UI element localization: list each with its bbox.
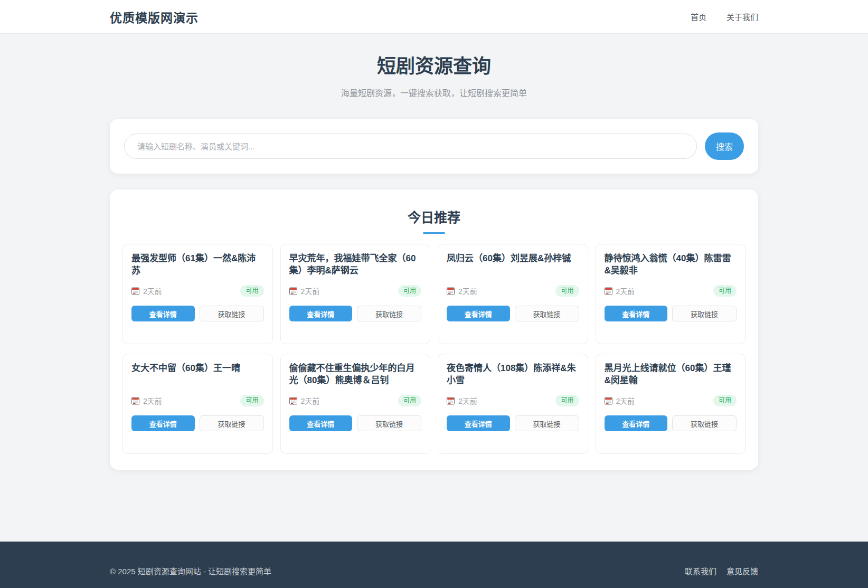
drama-actions: 查看详情 获取链接 <box>447 306 579 321</box>
drama-meta-row: 2天前 可用 <box>289 386 422 406</box>
view-details-button[interactable]: 查看详情 <box>131 415 195 431</box>
status-badge: 可用 <box>713 285 737 297</box>
drama-card: 静待惊鸿入翁慌（40集）陈雷雷&吴毅非 2天前 可用 查看详情 获取链接 <box>596 244 746 344</box>
drama-card: 黑月光上线请就位（60集）王瑾&闵星翰 2天前 可用 查看详情 获取链接 <box>596 354 746 454</box>
nav-home[interactable]: 首页 <box>691 11 706 22</box>
status-badge: 可用 <box>398 285 421 297</box>
drama-card: 夜色寄情人（108集）陈添祥&朱小雪 2天前 可用 查看详情 获取链接 <box>438 354 588 454</box>
drama-actions: 查看详情 获取链接 <box>289 415 422 431</box>
get-link-button[interactable]: 获取链接 <box>200 415 264 431</box>
view-details-button[interactable]: 查看详情 <box>289 306 353 321</box>
get-link-button[interactable]: 获取链接 <box>200 306 264 321</box>
drama-meta-row: 2天前 可用 <box>605 277 737 297</box>
nav-about[interactable]: 关于我们 <box>727 11 758 22</box>
drama-title: 凤归云（60集）刘昱展&孙梓铖 <box>447 252 579 264</box>
drama-title: 最强发型师（61集）一然&陈沛苏 <box>131 252 264 277</box>
site-footer: © 2025 短剧资源查询网站 - 让短剧搜索更简单 联系我们 意见反馈 <box>0 542 868 588</box>
site-logo[interactable]: 优质模版网演示 <box>110 8 199 26</box>
get-link-button[interactable]: 获取链接 <box>515 306 579 321</box>
drama-meta: 2天前 <box>605 286 635 296</box>
get-link-button[interactable]: 获取链接 <box>672 306 737 321</box>
drama-meta-row: 2天前 可用 <box>131 386 264 406</box>
get-link-button[interactable]: 获取链接 <box>515 415 579 431</box>
page-main: 短剧资源查询 海量短剧资源，一键搜索获取，让短剧搜索更简单 搜索 今日推荐 最强… <box>0 34 868 542</box>
drama-meta-row: 2天前 可用 <box>447 277 579 297</box>
drama-meta-row: 2天前 可用 <box>289 277 422 297</box>
drama-actions: 查看详情 获取链接 <box>447 415 579 431</box>
drama-meta: 2天前 <box>447 286 477 296</box>
page-title: 短剧资源查询 <box>0 55 868 78</box>
drama-grid: 最强发型师（61集）一然&陈沛苏 2天前 可用 查看详情 获取链接 <box>122 244 746 454</box>
drama-card: 偷偷藏不住重生偏执少年的白月光（80集）熊奥博＆吕钊 2天前 可用 查看详情 获 <box>280 354 431 454</box>
drama-time: 2天前 <box>616 286 635 296</box>
calendar-icon <box>605 287 612 295</box>
drama-actions: 查看详情 获取链接 <box>605 306 737 321</box>
section-title: 今日推荐 <box>122 207 746 226</box>
drama-meta-row: 2天前 可用 <box>447 386 579 406</box>
drama-meta: 2天前 <box>131 395 162 406</box>
calendar-icon <box>605 397 612 405</box>
drama-title: 静待惊鸿入翁慌（40集）陈雷雷&吴毅非 <box>605 252 737 277</box>
status-badge: 可用 <box>713 395 737 406</box>
drama-meta-row: 2天前 可用 <box>605 386 737 406</box>
search-button[interactable]: 搜索 <box>705 132 744 160</box>
page-subtitle: 海量短剧资源，一键搜索获取，让短剧搜索更简单 <box>0 86 868 99</box>
drama-time: 2天前 <box>616 395 635 406</box>
calendar-icon <box>131 397 139 405</box>
view-details-button[interactable]: 查看详情 <box>605 415 668 431</box>
view-details-button[interactable]: 查看详情 <box>605 306 668 321</box>
drama-actions: 查看详情 获取链接 <box>131 415 264 431</box>
drama-actions: 查看详情 获取链接 <box>605 415 737 431</box>
footer-link-contact[interactable]: 联系我们 <box>685 565 716 576</box>
drama-time: 2天前 <box>301 286 320 296</box>
drama-title: 女大不中留（60集）王一晴 <box>131 362 264 374</box>
drama-meta: 2天前 <box>605 395 635 406</box>
drama-meta: 2天前 <box>289 395 320 406</box>
footer-links: 联系我们 意见反馈 <box>685 565 758 576</box>
drama-title: 黑月光上线请就位（60集）王瑾&闵星翰 <box>605 362 737 386</box>
drama-meta: 2天前 <box>131 286 162 296</box>
status-badge: 可用 <box>555 285 579 297</box>
calendar-icon <box>289 397 297 405</box>
drama-meta: 2天前 <box>289 286 320 296</box>
site-header: 优质模版网演示 首页 关于我们 <box>0 0 868 34</box>
section-title-underline <box>423 232 445 234</box>
get-link-button[interactable]: 获取链接 <box>672 415 737 431</box>
drama-time: 2天前 <box>301 395 320 406</box>
status-badge: 可用 <box>240 395 263 406</box>
view-details-button[interactable]: 查看详情 <box>447 415 510 431</box>
drama-time: 2天前 <box>143 286 162 296</box>
drama-card: 女大不中留（60集）王一晴 2天前 可用 查看详情 获取链接 <box>122 354 273 454</box>
drama-card: 最强发型师（61集）一然&陈沛苏 2天前 可用 查看详情 获取链接 <box>122 244 273 344</box>
drama-time: 2天前 <box>458 286 477 296</box>
status-badge: 可用 <box>555 395 579 406</box>
calendar-icon <box>131 287 139 295</box>
view-details-button[interactable]: 查看详情 <box>131 306 195 321</box>
calendar-icon <box>289 287 297 295</box>
drama-time: 2天前 <box>458 395 477 406</box>
drama-meta: 2天前 <box>447 395 477 406</box>
get-link-button[interactable]: 获取链接 <box>357 306 421 321</box>
calendar-icon <box>447 287 455 295</box>
top-nav: 首页 关于我们 <box>691 11 758 22</box>
search-input[interactable] <box>124 134 697 159</box>
footer-link-feedback[interactable]: 意见反馈 <box>727 565 758 576</box>
view-details-button[interactable]: 查看详情 <box>289 415 353 431</box>
drama-card: 凤归云（60集）刘昱展&孙梓铖 2天前 可用 查看详情 获取链接 <box>438 244 588 344</box>
get-link-button[interactable]: 获取链接 <box>357 415 421 431</box>
drama-time: 2天前 <box>143 395 162 406</box>
status-badge: 可用 <box>398 395 421 406</box>
calendar-icon <box>447 397 455 405</box>
drama-title: 夜色寄情人（108集）陈添祥&朱小雪 <box>447 362 579 386</box>
drama-title: 早灾荒年，我福娃带飞全家（60集）李明&萨钢云 <box>289 252 422 277</box>
copyright-text: © 2025 短剧资源查询网站 - 让短剧搜索更简单 <box>110 565 271 576</box>
drama-meta-row: 2天前 可用 <box>131 277 264 297</box>
recommend-section: 今日推荐 最强发型师（61集）一然&陈沛苏 2天前 可用 <box>110 189 758 470</box>
search-bar: 搜索 <box>110 119 758 174</box>
drama-card: 早灾荒年，我福娃带飞全家（60集）李明&萨钢云 2天前 可用 查看详情 获取链接 <box>280 244 431 344</box>
hero-section: 短剧资源查询 海量短剧资源，一键搜索获取，让短剧搜索更简单 <box>0 34 868 99</box>
drama-title: 偷偷藏不住重生偏执少年的白月光（80集）熊奥博＆吕钊 <box>289 362 422 386</box>
status-badge: 可用 <box>240 285 263 297</box>
view-details-button[interactable]: 查看详情 <box>447 306 510 321</box>
drama-actions: 查看详情 获取链接 <box>289 306 422 321</box>
